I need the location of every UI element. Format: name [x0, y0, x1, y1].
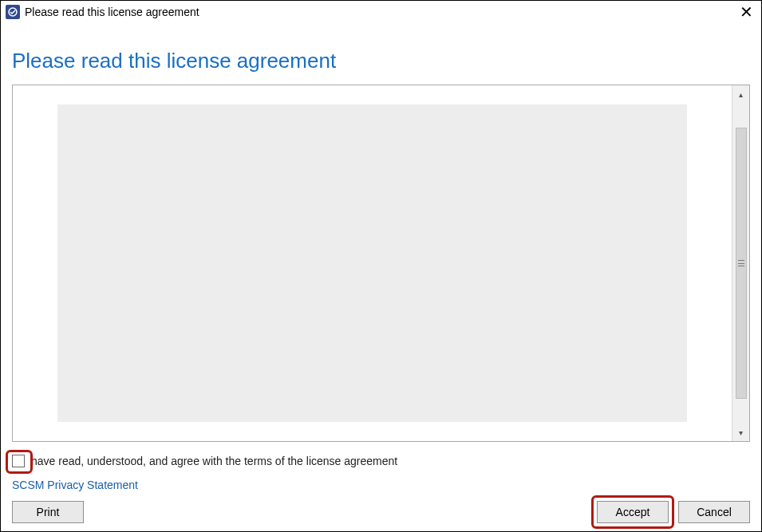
license-text-frame: ▴ ▾	[12, 85, 750, 442]
content-area: Please read this license agreement ▴ ▾ h…	[1, 23, 761, 531]
license-text-body	[13, 85, 732, 441]
print-button[interactable]: Print	[12, 501, 84, 523]
page-heading: Please read this license agreement	[12, 49, 750, 73]
scroll-up-icon[interactable]: ▴	[734, 87, 748, 101]
agree-checkbox[interactable]	[12, 455, 25, 467]
window-title: Please read this license agreement	[25, 6, 199, 18]
agree-label: have read, understood, and agree with th…	[31, 455, 397, 467]
cancel-button[interactable]: Cancel	[678, 501, 750, 523]
app-icon	[6, 5, 20, 19]
scroll-thumb[interactable]	[736, 128, 747, 399]
scroll-down-icon[interactable]: ▾	[734, 425, 748, 439]
titlebar: Please read this license agreement ✕	[1, 1, 761, 23]
license-text-placeholder	[57, 104, 687, 422]
titlebar-left: Please read this license agreement	[6, 5, 199, 19]
button-row-right: Accept Cancel	[597, 501, 750, 523]
accept-button-wrap: Accept	[597, 501, 669, 523]
button-row: Print Accept Cancel	[12, 501, 750, 523]
privacy-statement-link[interactable]: SCSM Privacy Statement	[12, 479, 750, 491]
scrollbar-vertical[interactable]: ▴ ▾	[732, 85, 749, 441]
close-icon[interactable]: ✕	[736, 4, 756, 20]
agree-row: have read, understood, and agree with th…	[12, 455, 750, 467]
accept-button[interactable]: Accept	[597, 501, 669, 523]
